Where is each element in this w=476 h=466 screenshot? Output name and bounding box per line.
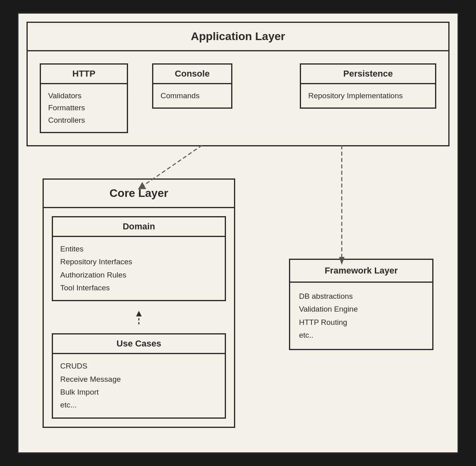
framework-layer: Framework Layer DB abstractionsValidatio… bbox=[289, 259, 433, 350]
domain-content: EntitesRepository InterfacesAuthorizatio… bbox=[53, 237, 225, 300]
domain-title: Domain bbox=[53, 217, 225, 237]
use-cases-title: Use Cases bbox=[53, 334, 225, 354]
core-layer: Core Layer Domain EntitesRepository Inte… bbox=[43, 178, 235, 428]
console-title: Console bbox=[153, 65, 231, 84]
console-content: Commands bbox=[153, 84, 231, 107]
core-layer-title: Core Layer bbox=[44, 180, 234, 208]
framework-layer-title: Framework Layer bbox=[290, 260, 432, 283]
framework-content: DB abstractionsValidation EngineHTTP Rou… bbox=[290, 283, 432, 349]
diagram-wrapper: Application Layer HTTP ValidatorsFormatt… bbox=[17, 12, 459, 454]
persistence-content: Repository Implementations bbox=[301, 84, 435, 107]
core-inner: Domain EntitesRepository InterfacesAutho… bbox=[44, 208, 234, 426]
console-box: Console Commands bbox=[152, 63, 232, 109]
persistence-title: Persistence bbox=[301, 65, 435, 84]
diagram-container: Application Layer HTTP ValidatorsFormatt… bbox=[17, 12, 459, 454]
up-arrow-svg bbox=[131, 309, 147, 325]
svg-marker-1 bbox=[136, 311, 142, 316]
use-cases-content: CRUDSReceive MessageBulk Importetc... bbox=[53, 354, 225, 417]
persistence-box: Persistence Repository Implementations bbox=[300, 63, 436, 109]
use-cases-to-domain-arrow bbox=[52, 309, 226, 325]
http-title: HTTP bbox=[41, 65, 127, 84]
application-content: HTTP ValidatorsFormattersControllers Con… bbox=[28, 51, 448, 145]
lower-section: Core Layer Domain EntitesRepository Inte… bbox=[26, 146, 450, 436]
application-layer-title: Application Layer bbox=[28, 23, 448, 51]
use-cases-box: Use Cases CRUDSReceive MessageBulk Impor… bbox=[52, 333, 226, 418]
application-layer: Application Layer HTTP ValidatorsFormatt… bbox=[26, 22, 450, 146]
http-content: ValidatorsFormattersControllers bbox=[41, 84, 127, 132]
domain-box: Domain EntitesRepository InterfacesAutho… bbox=[52, 216, 226, 301]
http-box: HTTP ValidatorsFormattersControllers bbox=[40, 63, 128, 133]
